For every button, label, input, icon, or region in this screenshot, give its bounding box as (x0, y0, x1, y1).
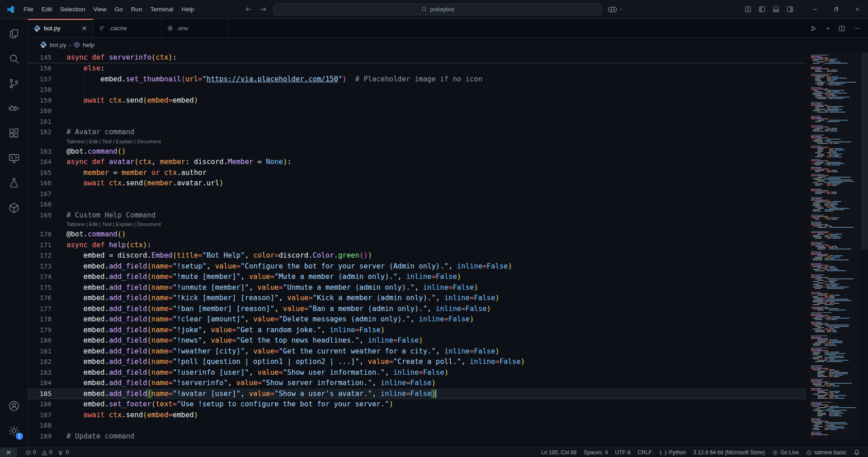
code-line[interactable]: 170@bot.command() (28, 229, 806, 240)
code-line[interactable]: 175 embed.add_field(name="!unmute [membe… (28, 283, 806, 293)
code-line[interactable]: 186 embed.set_footer(text="Use !setup to… (28, 399, 806, 410)
status-warnings[interactable]: 0 (39, 448, 55, 457)
status-ports[interactable]: 0 (55, 448, 71, 457)
editor[interactable]: 145async def serverinfo(ctx):156 else:15… (28, 52, 868, 448)
split-editor-icon[interactable] (838, 25, 845, 32)
status-eol[interactable]: CRLF (636, 448, 654, 457)
codelens-actions[interactable]: Tabnine | Edit | Test | Explain | Docume… (66, 221, 161, 229)
menu-file[interactable]: File (19, 3, 38, 16)
code-line[interactable]: 158 (28, 85, 806, 95)
command-center-search[interactable]: pralaybot (274, 4, 602, 15)
code-line[interactable]: 184 embed.add_field(name="!serverinfo", … (28, 378, 806, 389)
back-button[interactable] (245, 5, 253, 14)
codelens-row[interactable]: Tabnine | Edit | Test | Explain | Docume… (28, 138, 806, 146)
code-line[interactable]: 178 embed.add_field(name="!clear [amount… (28, 314, 806, 325)
code-line[interactable]: 183 embed.add_field(name="!userinfo [use… (28, 367, 806, 378)
restore-button[interactable] (826, 0, 847, 19)
breadcrumb-symbol[interactable]: help (83, 42, 94, 48)
toggle-secondary-sidebar-icon[interactable] (783, 5, 797, 13)
activity-explorer-icon[interactable] (3, 23, 25, 45)
minimap[interactable] (810, 52, 860, 439)
codelens-row[interactable]: Tabnine | Edit | Test | Explain | Docume… (28, 221, 806, 229)
breadcrumb-file[interactable]: bot.py (50, 42, 66, 48)
code-line[interactable]: 173 embed.add_field(name="!setup", value… (28, 261, 806, 272)
code-line[interactable]: 164async def avatar(ctx, member: discord… (28, 157, 806, 168)
status-tabnine[interactable]: tabnine basic (804, 448, 849, 457)
activity-search-icon[interactable] (3, 48, 25, 70)
code-line[interactable]: 157 embed.set_thumbnail(url="https://via… (28, 74, 806, 85)
menu-terminal[interactable]: Terminal (146, 3, 177, 16)
tab-cache[interactable]: .cache (94, 19, 161, 38)
status-go-live[interactable]: Go Live (770, 448, 801, 457)
codelens-actions[interactable]: Tabnine | Edit | Test | Explain | Docume… (66, 138, 161, 146)
close-window-button[interactable] (847, 0, 868, 19)
more-icon[interactable] (853, 25, 860, 32)
chevron-down-icon[interactable] (825, 26, 830, 31)
copilot-button[interactable] (608, 6, 624, 13)
status-encoding[interactable]: UTF-8 (613, 448, 633, 457)
status-cursor-position[interactable]: Ln 185, Col 88 (539, 448, 579, 457)
status-indentation[interactable]: Spaces: 4 (581, 448, 610, 457)
code-line[interactable]: 181 embed.add_field(name="!weather [city… (28, 346, 806, 357)
code-line[interactable]: 187 await ctx.send(embed=embed) (28, 410, 806, 421)
code-line[interactable]: 156 else: (28, 63, 806, 74)
close-tab-icon[interactable] (81, 25, 88, 32)
menu-edit[interactable]: Edit (38, 3, 56, 16)
code-line[interactable]: 177 embed.add_field(name="!ban [member] … (28, 304, 806, 315)
status-errors[interactable]: 0 (23, 448, 39, 457)
toggle-panel-icon[interactable] (769, 5, 783, 13)
line-number: 173 (28, 261, 52, 272)
code-line[interactable]: 163@bot.command() (28, 146, 806, 157)
activity-account-icon[interactable] (3, 395, 25, 417)
code-line[interactable]: 188 (28, 420, 806, 431)
tab-env[interactable]: .env (161, 19, 228, 38)
code-line[interactable]: 166 await ctx.send(member.avatar.url) (28, 178, 806, 189)
code-line[interactable]: 179 embed.add_field(name="!joke", value=… (28, 325, 806, 336)
sticky-scroll-line[interactable]: 145async def serverinfo(ctx): (28, 52, 806, 63)
activity-testing-icon[interactable] (3, 172, 25, 194)
status-remote-indicator[interactable] (0, 448, 17, 457)
menu-help[interactable]: Help (177, 3, 198, 16)
code-line[interactable]: 182 embed.add_field(name="!poll [questio… (28, 357, 806, 367)
tab-botpy[interactable]: bot.py (28, 19, 94, 38)
code-line[interactable]: 174 embed.add_field(name="!mute [member]… (28, 272, 806, 283)
code-line[interactable]: 162# Avatar command (28, 127, 806, 138)
code-line[interactable]: 159 await ctx.send(embed=embed) (28, 95, 806, 106)
activity-source-control-icon[interactable] (3, 73, 25, 94)
code-line[interactable]: 167 (28, 189, 806, 200)
activity-remote-explorer-icon[interactable] (3, 147, 25, 169)
activity-package-icon[interactable] (3, 197, 25, 219)
code-line[interactable]: 169# Custom Help Command (28, 210, 806, 221)
activity-settings-icon[interactable]: 1 (3, 420, 25, 442)
code-line[interactable]: 168 (28, 199, 806, 210)
status-language-mode[interactable]: { }Python (657, 448, 688, 457)
code-line[interactable]: 171async def help(ctx): (28, 240, 806, 251)
code-line[interactable]: 176 embed.add_field(name="!kick [member]… (28, 293, 806, 304)
scrollbar-thumb[interactable] (861, 52, 868, 250)
code-line[interactable]: 161 (28, 117, 806, 127)
tab-label: .env (177, 25, 189, 32)
menu-run[interactable]: Run (127, 3, 146, 16)
menu-view[interactable]: View (90, 3, 111, 16)
code-line[interactable]: 189# Update command (28, 431, 806, 442)
status-text: 0 (33, 449, 36, 456)
code-line[interactable]: 160 (28, 106, 806, 117)
code-line[interactable]: 172 embed = discord.Embed(title="Bot Hel… (28, 250, 806, 261)
forward-button[interactable] (259, 5, 268, 14)
menu-go[interactable]: Go (111, 3, 127, 16)
line-number: 176 (28, 293, 52, 304)
menu-selection[interactable]: Selection (56, 3, 90, 16)
minimize-button[interactable] (804, 0, 826, 19)
activity-extensions-icon[interactable] (3, 122, 25, 144)
status-python-interpreter[interactable]: 3.12.8 64-bit (Microsoft Store) (691, 448, 767, 457)
code-line[interactable]: 180 embed.add_field(name="!news", value=… (28, 335, 806, 346)
line-number: 158 (28, 85, 52, 95)
code-line[interactable]: 165 member = member or ctx.author (28, 168, 806, 179)
play-icon[interactable] (810, 25, 817, 32)
chevron-down-icon (619, 7, 624, 12)
code-line[interactable]: 185 embed.add_field(name="!avatar [user]… (28, 389, 806, 400)
status-notifications[interactable] (851, 448, 862, 457)
customize-layout-icon[interactable] (741, 5, 755, 13)
toggle-sidebar-icon[interactable] (755, 5, 769, 13)
activity-run-debug-icon[interactable] (3, 98, 25, 119)
